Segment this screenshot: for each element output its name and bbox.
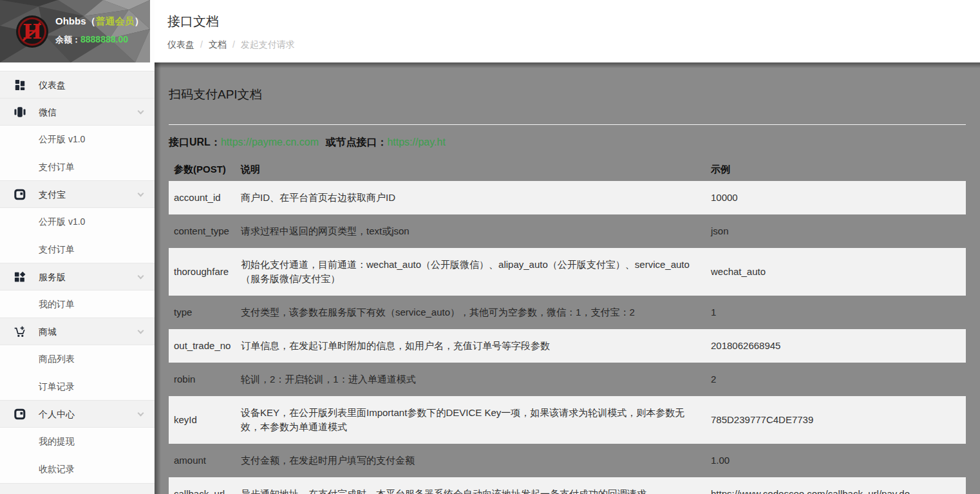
breadcrumb-separator: / [200, 39, 203, 50]
cell-param: content_type [169, 214, 236, 248]
cell-param: type [169, 296, 236, 329]
table-row: callback_url异步通知地址，在支付完成时，本平台服务器系统会自动向该地… [169, 477, 966, 494]
page-header: 接口文档 仪表盘/文档/发起支付请求 [155, 0, 980, 62]
section-title: 扫码支付API文档 [169, 86, 966, 103]
service-app-icon [14, 271, 26, 283]
cell-example: 2018062668945 [706, 329, 966, 363]
cell-param: keyId [169, 396, 236, 444]
breadcrumb-separator: / [232, 39, 235, 50]
table-row: robin轮训，2：开启轮训，1：进入单通道模式2 [169, 363, 966, 396]
cell-example: 10000 [706, 181, 966, 214]
balance-label: 余额： [55, 35, 80, 44]
content-pane: 扫码支付API文档 接口URL：https://payme.cn.com 或节点… [155, 62, 980, 494]
divider [169, 124, 966, 125]
api-url-label: 接口URL： [169, 137, 221, 147]
balance-value: 8888888.00 [80, 34, 128, 44]
cell-param: callback_url [169, 477, 236, 494]
dashboard-icon [14, 79, 26, 91]
sidebar-subitem-profile[interactable]: 我的提现 [0, 428, 155, 455]
cell-example: https://www.codesceo.com/callback_url/pa… [706, 477, 966, 494]
breadcrumb-item[interactable]: 文档 [209, 39, 227, 50]
chevron-down-icon [138, 108, 144, 115]
wechat-columns-icon [14, 106, 26, 118]
breadcrumb: 仪表盘/文档/发起支付请求 [167, 39, 980, 51]
profile-card-icon [14, 408, 26, 420]
cell-param: robin [169, 363, 236, 396]
sidebar-menu: 仪表盘微信公开版 v1.0支付订单支付宝公开版 v1.0支付订单服务版我的订单商… [0, 62, 155, 494]
table-header-row: 参数(POST)说明示例 [169, 158, 966, 181]
alipay-card-icon [14, 189, 26, 200]
user-info: Ohbbs（普通会员） 余额：8888888.00 [55, 15, 149, 46]
sidebar-item-label: 商城 [39, 318, 57, 345]
cell-param: out_trade_no [169, 329, 236, 363]
column-header: 参数(POST) [169, 158, 236, 181]
sidebar-item-label: 服务版 [39, 263, 66, 290]
sidebar-item-label: 支付宝 [39, 181, 66, 208]
cell-desc: 轮训，2：开启轮训，1：进入单通道模式 [236, 363, 706, 396]
table-row: out_trade_no订单信息，在发起订单时附加的信息，如用户名，充值订单号等… [169, 329, 966, 363]
chevron-down-icon [138, 273, 144, 280]
column-header: 说明 [236, 158, 706, 181]
username: Ohbbs（ [55, 15, 96, 26]
member-level-badge: 普通会员 [96, 15, 135, 26]
cell-desc: 初始化支付通道，目前通道：wechat_auto（公开版微信）、alipay_a… [236, 248, 706, 296]
cell-desc: 设备KEY，在公开版列表里面Important参数下的DEVICE Key一项，… [236, 396, 706, 444]
cell-param: thoroughfare [169, 248, 236, 296]
api-url-link-primary[interactable]: https://payme.cn.com [221, 137, 319, 147]
cell-example: 1.00 [706, 444, 966, 477]
cell-param: account_id [169, 181, 236, 214]
chevron-down-icon [138, 410, 144, 417]
page-title: 接口文档 [167, 13, 980, 30]
table-row: content_type请求过程中返回的网页类型，text或jsonjson [169, 214, 966, 248]
sidebar-subitem-wechat[interactable]: 支付订单 [0, 153, 155, 181]
table-row: type支付类型，该参数在服务版下有效（service_auto），其他可为空参… [169, 296, 966, 329]
api-url-line: 接口URL：https://payme.cn.com 或节点接口：https:/… [169, 136, 966, 149]
cell-desc: 异步通知地址，在支付完成时，本平台服务器系统会自动向该地址发起一条支付成功的回调… [236, 477, 706, 494]
sidebar-item-service[interactable]: 服务版 [0, 263, 155, 290]
column-header: 示例 [706, 158, 966, 181]
sidebar-item-mall[interactable]: 商城 [0, 318, 155, 345]
sidebar-subitem-alipay[interactable]: 公开版 v1.0 [0, 208, 155, 236]
sidebar-item-label: 个人中心 [39, 401, 75, 428]
params-table: 参数(POST)说明示例 account_id商户ID、在平台首页右边获取商户I… [169, 158, 966, 494]
table-row: keyId设备KEY，在公开版列表里面Important参数下的DEVICE K… [169, 396, 966, 444]
cell-example: 1 [706, 296, 966, 329]
table-row: account_id商户ID、在平台首页右边获取商户ID10000 [169, 181, 966, 214]
api-url-link-alt[interactable]: https://pay.ht [387, 137, 445, 147]
cell-param: amount [169, 444, 236, 477]
brand-logo-icon[interactable]: H [15, 14, 50, 49]
chevron-down-icon [138, 191, 144, 197]
breadcrumb-item[interactable]: 仪表盘 [167, 39, 194, 50]
table-row: amount支付金额，在发起时用户填写的支付金额1.00 [169, 444, 966, 477]
cell-desc: 请求过程中返回的网页类型，text或json [236, 214, 706, 248]
sidebar-subitem-profile[interactable]: 收款记录 [0, 455, 155, 483]
cell-desc: 支付类型，该参数在服务版下有效（service_auto），其他可为空参数，微信… [236, 296, 706, 329]
cart-plus-icon [14, 326, 26, 337]
sidebar-subitem-service[interactable]: 我的订单 [0, 290, 155, 318]
sidebar-item-alipay[interactable]: 支付宝 [0, 180, 155, 208]
sidebar-item-label: 微信 [39, 99, 57, 126]
cell-example: wechat_auto [706, 248, 966, 296]
cell-example: json [706, 214, 966, 248]
sidebar-item-label: 仪表盘 [39, 71, 66, 99]
breadcrumb-item: 发起支付请求 [241, 39, 295, 50]
sidebar-item-dashboard[interactable]: 仪表盘 [0, 71, 155, 99]
cell-desc: 支付金额，在发起时用户填写的支付金额 [236, 444, 706, 477]
chevron-down-icon [138, 328, 144, 334]
sidebar-item-wechat[interactable]: 微信 [0, 98, 155, 126]
cell-example: 2 [706, 363, 966, 396]
cell-example: 785D239777C4DE7739 [706, 396, 966, 444]
sidebar-subitem-alipay[interactable]: 支付订单 [0, 236, 155, 263]
cell-desc: 商户ID、在平台首页右边获取商户ID [236, 181, 706, 214]
sidebar-subitem-mall[interactable]: 订单记录 [0, 373, 155, 401]
sidebar-header: H Ohbbs（普通会员） 余额：8888888.00 [0, 0, 150, 62]
username-suffix: ） [135, 15, 144, 26]
api-url-alt-label: 或节点接口： [325, 137, 387, 147]
sidebar: H Ohbbs（普通会员） 余额：8888888.00 仪表盘微信公开版 v1.… [0, 0, 155, 494]
table-row: thoroughfare初始化支付通道，目前通道：wechat_auto（公开版… [169, 248, 966, 296]
sidebar-subitem-wechat[interactable]: 公开版 v1.0 [0, 126, 155, 153]
cell-desc: 订单信息，在发起订单时附加的信息，如用户名，充值订单号等字段参数 [236, 329, 706, 363]
sidebar-item-profile[interactable]: 个人中心 [0, 400, 155, 428]
sidebar-subitem-mall[interactable]: 商品列表 [0, 345, 155, 373]
